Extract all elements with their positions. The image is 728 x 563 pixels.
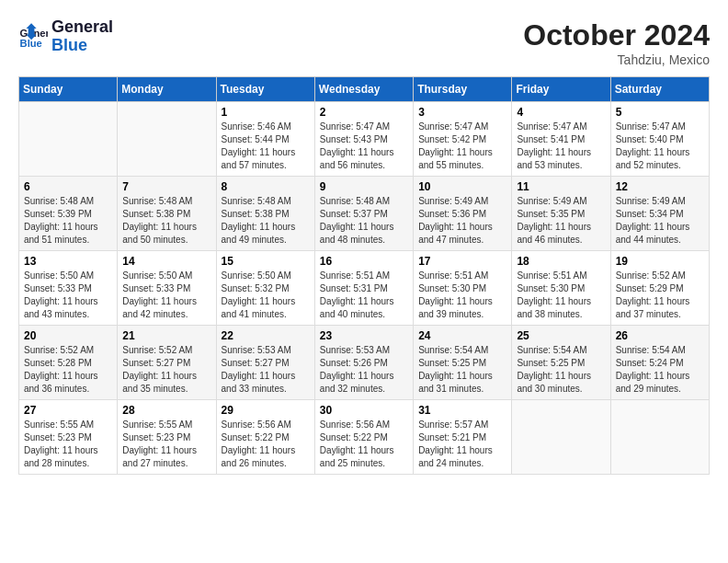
day-number: 9 [320, 180, 408, 193]
day-cell: 25Sunrise: 5:54 AM Sunset: 5:25 PM Dayli… [512, 326, 610, 400]
day-info: Sunrise: 5:47 AM Sunset: 5:41 PM Dayligh… [517, 121, 605, 172]
day-cell: 21Sunrise: 5:52 AM Sunset: 5:27 PM Dayli… [118, 326, 216, 400]
day-number: 25 [517, 329, 605, 342]
day-info: Sunrise: 5:56 AM Sunset: 5:22 PM Dayligh… [320, 419, 408, 470]
day-cell: 18Sunrise: 5:51 AM Sunset: 5:30 PM Dayli… [512, 251, 610, 326]
day-number: 24 [418, 329, 506, 342]
day-info: Sunrise: 5:54 AM Sunset: 5:25 PM Dayligh… [517, 344, 605, 396]
day-cell: 30Sunrise: 5:56 AM Sunset: 5:22 PM Dayli… [314, 400, 413, 475]
day-cell: 11Sunrise: 5:49 AM Sunset: 5:35 PM Dayli… [512, 177, 610, 251]
day-info: Sunrise: 5:54 AM Sunset: 5:24 PM Dayligh… [616, 344, 704, 396]
day-cell: 15Sunrise: 5:50 AM Sunset: 5:32 PM Dayli… [216, 251, 314, 326]
day-cell [512, 400, 610, 475]
day-number: 28 [122, 404, 210, 417]
day-cell: 19Sunrise: 5:52 AM Sunset: 5:29 PM Dayli… [610, 251, 709, 326]
day-cell [118, 102, 216, 177]
day-info: Sunrise: 5:47 AM Sunset: 5:43 PM Dayligh… [320, 121, 408, 172]
day-info: Sunrise: 5:46 AM Sunset: 5:44 PM Dayligh… [222, 121, 310, 172]
day-info: Sunrise: 5:49 AM Sunset: 5:36 PM Dayligh… [418, 195, 506, 247]
day-info: Sunrise: 5:51 AM Sunset: 5:30 PM Dayligh… [418, 270, 506, 321]
header-monday: Monday [118, 77, 216, 102]
day-cell [610, 400, 709, 475]
logo-icon: General Blue [18, 22, 48, 52]
day-number: 17 [418, 255, 506, 268]
day-number: 20 [24, 329, 112, 342]
day-number: 6 [24, 180, 112, 193]
day-cell: 20Sunrise: 5:52 AM Sunset: 5:28 PM Dayli… [19, 326, 118, 400]
logo-blue-text: Blue [51, 37, 113, 55]
month-title: October 2024 [523, 18, 710, 52]
week-row-2: 6Sunrise: 5:48 AM Sunset: 5:39 PM Daylig… [19, 177, 710, 251]
day-cell: 13Sunrise: 5:50 AM Sunset: 5:33 PM Dayli… [19, 251, 118, 326]
day-cell: 31Sunrise: 5:57 AM Sunset: 5:21 PM Dayli… [414, 400, 512, 475]
day-number: 23 [320, 329, 408, 342]
day-info: Sunrise: 5:53 AM Sunset: 5:27 PM Dayligh… [222, 344, 310, 396]
day-number: 8 [222, 180, 310, 193]
day-info: Sunrise: 5:52 AM Sunset: 5:29 PM Dayligh… [616, 270, 704, 321]
day-number: 15 [222, 255, 310, 268]
page-header: General Blue General Blue October 2024 T… [18, 18, 710, 67]
day-info: Sunrise: 5:48 AM Sunset: 5:39 PM Dayligh… [24, 195, 112, 247]
week-row-3: 13Sunrise: 5:50 AM Sunset: 5:33 PM Dayli… [19, 251, 710, 326]
day-info: Sunrise: 5:48 AM Sunset: 5:38 PM Dayligh… [122, 195, 210, 247]
day-number: 4 [517, 106, 605, 119]
svg-text:Blue: Blue [20, 38, 42, 49]
day-info: Sunrise: 5:47 AM Sunset: 5:40 PM Dayligh… [616, 121, 704, 172]
day-number: 27 [24, 404, 112, 417]
day-number: 30 [320, 404, 408, 417]
week-row-4: 20Sunrise: 5:52 AM Sunset: 5:28 PM Dayli… [19, 326, 710, 400]
day-cell: 7Sunrise: 5:48 AM Sunset: 5:38 PM Daylig… [118, 177, 216, 251]
day-info: Sunrise: 5:49 AM Sunset: 5:35 PM Dayligh… [517, 195, 605, 247]
day-cell: 29Sunrise: 5:56 AM Sunset: 5:22 PM Dayli… [216, 400, 314, 475]
day-number: 22 [222, 329, 310, 342]
day-number: 7 [122, 180, 210, 193]
day-cell: 16Sunrise: 5:51 AM Sunset: 5:31 PM Dayli… [314, 251, 413, 326]
day-info: Sunrise: 5:51 AM Sunset: 5:30 PM Dayligh… [517, 270, 605, 321]
day-number: 26 [616, 329, 704, 342]
header-wednesday: Wednesday [314, 77, 413, 102]
day-number: 21 [122, 329, 210, 342]
day-info: Sunrise: 5:50 AM Sunset: 5:32 PM Dayligh… [222, 270, 310, 321]
day-number: 2 [320, 106, 408, 119]
day-cell: 27Sunrise: 5:55 AM Sunset: 5:23 PM Dayli… [19, 400, 118, 475]
day-cell: 28Sunrise: 5:55 AM Sunset: 5:23 PM Dayli… [118, 400, 216, 475]
day-info: Sunrise: 5:52 AM Sunset: 5:27 PM Dayligh… [122, 344, 210, 396]
day-number: 10 [418, 180, 506, 193]
day-cell: 24Sunrise: 5:54 AM Sunset: 5:25 PM Dayli… [414, 326, 512, 400]
header-sunday: Sunday [19, 77, 118, 102]
day-number: 18 [517, 255, 605, 268]
week-row-1: 1Sunrise: 5:46 AM Sunset: 5:44 PM Daylig… [19, 102, 710, 177]
day-cell: 2Sunrise: 5:47 AM Sunset: 5:43 PM Daylig… [314, 102, 413, 177]
day-cell: 14Sunrise: 5:50 AM Sunset: 5:33 PM Dayli… [118, 251, 216, 326]
day-info: Sunrise: 5:51 AM Sunset: 5:31 PM Dayligh… [320, 270, 408, 321]
day-info: Sunrise: 5:57 AM Sunset: 5:21 PM Dayligh… [418, 419, 506, 470]
day-info: Sunrise: 5:52 AM Sunset: 5:28 PM Dayligh… [24, 344, 112, 396]
header-saturday: Saturday [610, 77, 709, 102]
day-number: 3 [418, 106, 506, 119]
day-cell: 23Sunrise: 5:53 AM Sunset: 5:26 PM Dayli… [314, 326, 413, 400]
day-number: 19 [616, 255, 704, 268]
calendar-table: SundayMondayTuesdayWednesdayThursdayFrid… [18, 76, 710, 475]
day-info: Sunrise: 5:50 AM Sunset: 5:33 PM Dayligh… [24, 270, 112, 321]
day-cell: 10Sunrise: 5:49 AM Sunset: 5:36 PM Dayli… [414, 177, 512, 251]
day-number: 12 [616, 180, 704, 193]
header-thursday: Thursday [414, 77, 512, 102]
day-info: Sunrise: 5:48 AM Sunset: 5:38 PM Dayligh… [222, 195, 310, 247]
logo-general-text: General [51, 18, 113, 37]
day-info: Sunrise: 5:54 AM Sunset: 5:25 PM Dayligh… [418, 344, 506, 396]
day-cell: 8Sunrise: 5:48 AM Sunset: 5:38 PM Daylig… [216, 177, 314, 251]
day-info: Sunrise: 5:47 AM Sunset: 5:42 PM Dayligh… [418, 121, 506, 172]
day-info: Sunrise: 5:55 AM Sunset: 5:23 PM Dayligh… [122, 419, 210, 470]
day-cell: 26Sunrise: 5:54 AM Sunset: 5:24 PM Dayli… [610, 326, 709, 400]
day-cell: 9Sunrise: 5:48 AM Sunset: 5:37 PM Daylig… [314, 177, 413, 251]
day-number: 5 [616, 106, 704, 119]
logo: General Blue General Blue [18, 18, 113, 55]
location-text: Tahdziu, Mexico [523, 52, 710, 67]
day-info: Sunrise: 5:49 AM Sunset: 5:34 PM Dayligh… [616, 195, 704, 247]
title-block: October 2024 Tahdziu, Mexico [523, 18, 710, 67]
day-info: Sunrise: 5:53 AM Sunset: 5:26 PM Dayligh… [320, 344, 408, 396]
header-friday: Friday [512, 77, 610, 102]
day-cell: 6Sunrise: 5:48 AM Sunset: 5:39 PM Daylig… [19, 177, 118, 251]
header-tuesday: Tuesday [216, 77, 314, 102]
day-info: Sunrise: 5:55 AM Sunset: 5:23 PM Dayligh… [24, 419, 112, 470]
